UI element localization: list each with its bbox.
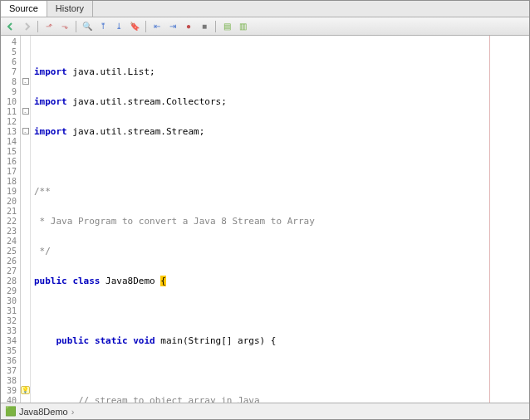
line-number: 15 <box>1 147 20 157</box>
line-number: 24 <box>1 237 20 247</box>
line-number: 8 <box>1 77 20 87</box>
line-number: 12 <box>1 117 20 127</box>
forward-icon[interactable] <box>20 20 33 33</box>
fold-toggle <box>21 306 30 316</box>
fold-toggle <box>21 396 30 403</box>
fold-toggle <box>21 227 30 237</box>
fold-toggle <box>21 256 30 266</box>
fold-toggle <box>21 366 30 376</box>
line-number: 4 <box>1 37 20 47</box>
fold-toggle <box>21 47 30 57</box>
fold-toggle <box>21 87 30 97</box>
line-number: 6 <box>1 57 20 67</box>
line-number: 14 <box>1 137 20 147</box>
right-margin-line <box>489 36 490 403</box>
line-number: 38 <box>1 376 20 386</box>
ide-window: Source History ⬏ ⬎ 🔍 ⤒ ⤓ 🔖 ⇤ ⇥ ● ■ ▤ ▥ 4… <box>0 0 530 420</box>
tab-source[interactable]: Source <box>1 1 47 17</box>
line-number: 25 <box>1 247 20 256</box>
back-icon[interactable] <box>4 20 17 33</box>
fold-toggle <box>21 326 30 336</box>
fold-toggle <box>21 266 30 276</box>
line-number: 13 <box>1 127 20 137</box>
separator <box>215 21 216 32</box>
line-number: 37 <box>1 366 20 376</box>
fold-toggle <box>21 296 30 306</box>
fold-toggle <box>21 147 30 157</box>
fold-toggle <box>21 187 30 197</box>
fold-toggle <box>21 117 30 127</box>
editor-area: 4567891011121314151617181920212223242526… <box>1 36 529 403</box>
line-number: 27 <box>1 266 20 276</box>
line-number: 35 <box>1 346 20 356</box>
separator <box>76 21 76 32</box>
line-number: 39 <box>1 386 20 396</box>
tab-history[interactable]: History <box>47 1 93 17</box>
fold-gutter[interactable]: 💡 --- <box>21 36 31 403</box>
line-number: 21 <box>1 207 20 217</box>
fold-toggle <box>21 286 30 296</box>
next-bookmark-icon[interactable]: ⤓ <box>112 20 125 33</box>
line-number: 40 <box>1 396 20 403</box>
editor-toolbar: ⬏ ⬎ 🔍 ⤒ ⤓ 🔖 ⇤ ⇥ ● ■ ▤ ▥ <box>1 17 529 36</box>
separator <box>145 21 146 32</box>
line-number: 5 <box>1 47 20 57</box>
code-editor[interactable]: import java.util.List; import java.util.… <box>31 36 529 403</box>
fold-toggle <box>21 37 30 47</box>
fold-toggle[interactable]: - <box>21 127 30 137</box>
fold-toggle <box>21 177 30 187</box>
line-number: 33 <box>1 326 20 336</box>
fold-toggle[interactable]: - <box>21 107 30 117</box>
line-number: 36 <box>1 356 20 366</box>
find-icon[interactable]: 🔍 <box>81 20 94 33</box>
line-number: 11 <box>1 107 20 117</box>
line-number: 22 <box>1 217 20 227</box>
line-number: 19 <box>1 187 20 197</box>
line-number: 32 <box>1 316 20 326</box>
fold-toggle <box>21 97 30 107</box>
fold-toggle <box>21 67 30 77</box>
line-number: 23 <box>1 227 20 237</box>
fold-toggle <box>21 237 30 247</box>
find-selection-icon[interactable]: ⬎ <box>58 20 71 33</box>
line-number: 17 <box>1 167 20 177</box>
fold-toggle <box>21 356 30 366</box>
class-icon: 🟩 <box>6 407 16 417</box>
comment-icon[interactable]: ▤ <box>220 20 233 33</box>
fold-toggle <box>21 197 30 207</box>
line-number: 34 <box>1 336 20 346</box>
line-number: 29 <box>1 286 20 296</box>
line-number: 28 <box>1 276 20 286</box>
shift-left-icon[interactable]: ⇤ <box>150 20 164 33</box>
fold-toggle <box>21 336 30 346</box>
prev-bookmark-icon[interactable]: ⤒ <box>96 20 110 33</box>
bookmark-icon[interactable]: 🔖 <box>128 20 141 33</box>
line-number: 20 <box>1 197 20 207</box>
chevron-right-icon: › <box>71 407 75 417</box>
fold-toggle[interactable]: - <box>21 77 30 87</box>
line-number: 7 <box>1 67 20 77</box>
warning-bulb-icon[interactable]: 💡 <box>21 386 30 394</box>
line-number: 16 <box>1 157 20 167</box>
shift-right-icon[interactable]: ⇥ <box>166 20 179 33</box>
fold-toggle <box>21 247 30 256</box>
fold-toggle <box>21 376 30 386</box>
fold-toggle <box>21 207 30 217</box>
macro-stop-icon[interactable]: ■ <box>198 20 211 33</box>
fold-toggle <box>21 217 30 227</box>
line-number: 26 <box>1 256 20 266</box>
fold-toggle <box>21 316 30 326</box>
line-number: 18 <box>1 177 20 187</box>
editor-tabs: Source History <box>1 1 529 17</box>
fold-toggle <box>21 276 30 286</box>
fold-toggle <box>21 157 30 167</box>
last-edit-icon[interactable]: ⬏ <box>42 20 56 33</box>
members-breadcrumb[interactable]: 🟩 Java8Demo › <box>1 403 529 419</box>
uncomment-icon[interactable]: ▥ <box>236 20 249 33</box>
line-number-gutter[interactable]: 4567891011121314151617181920212223242526… <box>1 36 21 403</box>
line-number: 31 <box>1 306 20 316</box>
fold-toggle <box>21 346 30 356</box>
fold-toggle <box>21 137 30 147</box>
macro-start-icon[interactable]: ● <box>182 20 195 33</box>
fold-toggle <box>21 57 30 67</box>
